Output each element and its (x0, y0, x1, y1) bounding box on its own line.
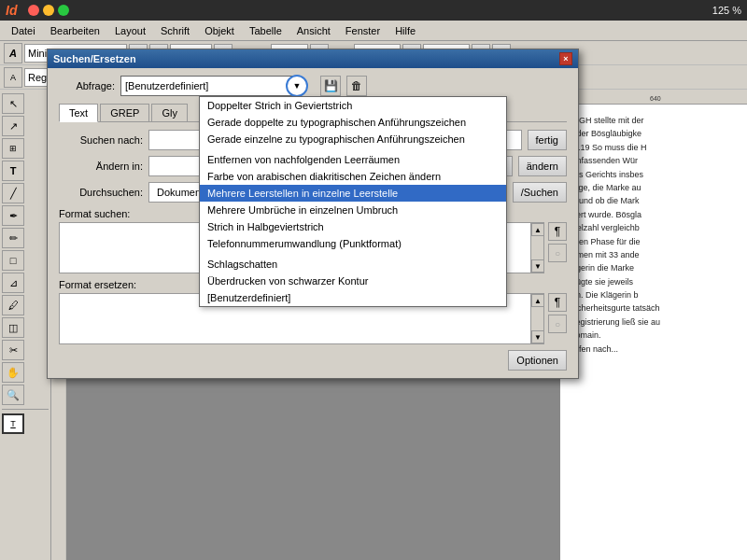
menu-datei[interactable]: Datei (4, 23, 43, 38)
dropdown-item-8[interactable]: Strich in Halbgeviertstrich (200, 218, 506, 235)
format-ersetzen-btns: ¶ ○ (548, 293, 567, 344)
abfrage-label: Abfrage: (59, 80, 115, 91)
tab-text[interactable]: Text (59, 104, 98, 122)
dialog-close-btn[interactable]: × (559, 52, 572, 65)
dropdown-item-12[interactable]: Überdrucken von schwarzer Kontur (200, 273, 506, 289)
menu-tabelle[interactable]: Tabelle (242, 23, 289, 38)
format-suchen-btns: ¶ ○ (548, 222, 567, 273)
pen-tool[interactable]: ✒ (2, 205, 24, 226)
suchen-label: Suchen nach: (59, 134, 143, 146)
line-tool[interactable]: ╱ (2, 183, 24, 203)
doc-line-1: euGH stellte mit der (570, 114, 738, 127)
dropdown-item-2[interactable]: Gerade einzelne zu typographischen Anfüh… (200, 131, 506, 147)
doc-line-9: Vielzahl vergleichb (570, 221, 738, 234)
style-indicator: A (4, 67, 22, 88)
dropdown-item-4[interactable]: Entfernen von nachfolgenden Leerräumen (200, 151, 506, 168)
format-ersetzen-scroll: ▲ ▼ (530, 294, 543, 343)
doc-line-13: i fügte sie jeweils (570, 275, 738, 288)
scroll-up-btn[interactable]: ▲ (531, 223, 544, 236)
bottom-buttons-row: Optionen (59, 350, 567, 371)
dropdown-item-5[interactable]: Farbe von arabischen diakritischen Zeich… (200, 168, 506, 185)
menu-bearbeiten[interactable]: Bearbeiten (43, 23, 107, 38)
doc-line-15: Sicherheitsgurte tatsäch (570, 301, 738, 315)
dialog-title: Suchen/Ersetzen (53, 53, 136, 64)
doc-line-6: htige, die Marke au (570, 181, 738, 194)
transform-tool[interactable]: ⊿ (2, 273, 24, 293)
optionen-btn[interactable]: Optionen (508, 350, 567, 371)
direct-select-tool[interactable]: ↗ (2, 116, 24, 136)
find-replace-dialog[interactable]: Suchen/Ersetzen × Abfrage: [Benutzerdefi… (47, 49, 579, 379)
scroll-down-btn[interactable]: ▼ (531, 259, 544, 273)
format-suchen-scroll: ▲ ▼ (530, 223, 543, 273)
abfrage-dropdown-menu[interactable]: Doppelter Strich in Geviertstrich Gerade… (199, 96, 507, 307)
tools-panel: ↖ ↗ ⊞ T ╱ ✒ ✏ □ ⊿ 🖊 ◫ ✂ ✋ 🔍 T (0, 90, 51, 560)
dropdown-item-1[interactable]: Gerade doppelte zu typographischen Anfüh… (200, 114, 506, 131)
doc-line-11: mmen mit 33 ande (570, 248, 738, 261)
doc-line-2: g der Bösgläubigke (570, 127, 738, 140)
fill-stroke-tool[interactable]: T (2, 413, 24, 434)
menu-ansicht[interactable]: Ansicht (289, 23, 338, 38)
doc-line-3: ist.19 So muss die H (570, 141, 738, 154)
rect-tool[interactable]: □ (2, 250, 24, 271)
ersetzen-scroll-down-btn[interactable]: ▼ (531, 330, 544, 343)
dropdown-item-13[interactable]: [Benutzerdefiniert] (200, 289, 506, 306)
app-logo: Id (6, 3, 17, 18)
dropdown-arrow-icon: ▼ (293, 81, 302, 91)
font-style-indicator: A (4, 43, 22, 63)
durchsuchen-label: Durchsuchen: (59, 187, 143, 198)
dialog-titlebar: Suchen/Ersetzen × (48, 49, 578, 68)
doc-line-18: reifen nach... (570, 343, 738, 356)
abfrage-value-text: [Benutzerdefiniert] (125, 80, 208, 91)
doc-line-5: des Gerichts insbes (570, 168, 738, 181)
dropdown-item-0[interactable]: Doppelter Strich in Geviertstrich (200, 97, 506, 114)
maximize-window-btn[interactable] (58, 5, 69, 16)
menu-hilfe[interactable]: Hilfe (388, 23, 423, 38)
suchen-fertig-btn[interactable]: fertig (528, 130, 567, 150)
ersetzen-scroll-up-btn[interactable]: ▲ (531, 294, 544, 307)
menu-fenster[interactable]: Fenster (338, 23, 388, 38)
abfrage-value-display: [Benutzerdefiniert] (120, 76, 298, 96)
scissors-tool[interactable]: ✂ (2, 340, 24, 360)
text-tool[interactable]: T (2, 161, 24, 181)
abfrage-container: [Benutzerdefiniert] ▼ (120, 76, 298, 96)
gradient-tool[interactable]: ◫ (2, 317, 24, 338)
aendern-aendern-btn[interactable]: ändern (518, 156, 567, 176)
hand-tool[interactable]: ✋ (2, 362, 24, 383)
svg-text:640: 640 (650, 95, 661, 102)
minimize-window-btn[interactable] (43, 5, 54, 16)
document-page: euGH stellte mit der g der Bösgläubigke … (560, 105, 747, 560)
abfrage-row: Abfrage: [Benutzerdefiniert] ▼ 💾 🗑 (59, 76, 567, 96)
tab-glyph[interactable]: Gly (151, 104, 188, 121)
menu-objekt[interactable]: Objekt (197, 23, 242, 38)
doc-line-16: Registrierung ließ sie au (570, 315, 738, 329)
save-query-btn[interactable]: 💾 (320, 76, 341, 96)
zoom-tool[interactable]: 🔍 (2, 385, 24, 405)
doc-line-17: Domain. (570, 329, 738, 342)
format-suchen-icon-btn[interactable]: ¶ (548, 222, 567, 241)
dropdown-item-11[interactable]: Schlagschatten (200, 256, 506, 273)
abfrage-dropdown-btn[interactable]: ▼ (286, 75, 308, 97)
gap-tool[interactable]: ⊞ (2, 138, 24, 159)
doc-line-7: e, und ob die Mark (570, 194, 738, 207)
dropdown-item-7[interactable]: Mehrere Umbrüche in einzelnen Umbruch (200, 202, 506, 218)
tab-grep[interactable]: GREP (100, 104, 149, 121)
doc-line-4: umfassenden Wür (570, 154, 738, 167)
dropdown-item-9[interactable]: Telefonnummerumwandlung (Punktformat) (200, 235, 506, 252)
doc-line-14: ein. Die Klägerin b (570, 288, 738, 301)
format-ersetzen-clear-btn[interactable]: ○ (548, 315, 567, 333)
durchsuchen-suchen-btn[interactable]: /Suchen (513, 182, 567, 203)
eyedropper-tool[interactable]: 🖊 (2, 295, 24, 315)
doc-line-8: niert wurde. Bösgla (570, 208, 738, 221)
dropdown-item-6[interactable]: Mehrere Leerstellen in einzelne Leerstel… (200, 185, 506, 202)
doc-line-10: rsten Phase für die (570, 235, 738, 248)
delete-query-btn[interactable]: 🗑 (346, 76, 367, 96)
pencil-tool[interactable]: ✏ (2, 228, 24, 248)
format-ersetzen-icon-btn[interactable]: ¶ (548, 293, 567, 312)
menu-schrift[interactable]: Schrift (153, 23, 197, 38)
select-tool[interactable]: ↖ (2, 93, 24, 114)
close-window-btn[interactable] (28, 5, 39, 16)
doc-line-12: lägerin die Marke (570, 261, 738, 274)
zoom-display: 125 % (712, 5, 741, 16)
menu-layout[interactable]: Layout (107, 23, 153, 38)
format-suchen-clear-btn[interactable]: ○ (548, 244, 567, 262)
